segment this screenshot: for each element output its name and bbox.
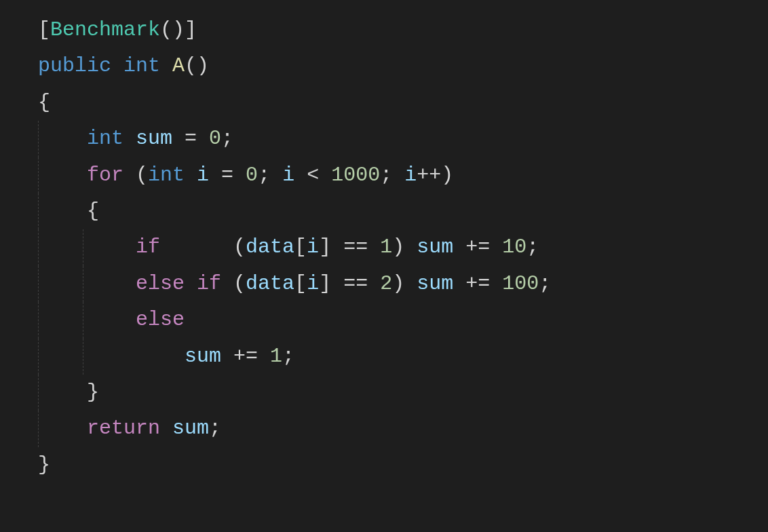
code-line: int sum = 0; (38, 121, 768, 157)
token-punc: = (172, 127, 209, 150)
token-punc: ; (282, 345, 294, 368)
token-punc (111, 54, 123, 77)
indent-guide (38, 302, 39, 338)
token-punc: [ (294, 272, 307, 295)
token-punc: < (294, 164, 331, 187)
code-line: { (38, 193, 768, 229)
token-flow: if (197, 272, 221, 295)
token-punc: ( (123, 164, 148, 187)
token-punc: += (453, 272, 502, 295)
token-punc (38, 345, 185, 368)
code-line: return sum; (38, 411, 768, 446)
token-punc: ( (221, 272, 246, 295)
token-punc: ; (221, 127, 233, 150)
indent-guide (83, 339, 83, 375)
token-punc (160, 417, 172, 440)
token-punc: { (38, 91, 50, 114)
token-punc: ; (258, 164, 282, 187)
code-line: [Benchmark()] (38, 12, 768, 48)
token-var: i (307, 272, 319, 295)
token-keyword: int (123, 54, 160, 77)
code-line: else if (data[i] == 2) sum += 100; (38, 266, 768, 302)
token-var: data (246, 235, 294, 259)
code-line: else (38, 302, 768, 338)
indent-guide (83, 229, 83, 265)
token-keyword: int (148, 164, 185, 187)
token-punc: ; (539, 272, 551, 295)
token-punc (185, 164, 197, 187)
token-punc: [ (294, 235, 307, 259)
token-punc: ) (392, 272, 417, 295)
token-punc (38, 235, 136, 259)
token-punc: ( (160, 235, 246, 259)
token-punc: ) (392, 235, 417, 259)
indent-guide (38, 266, 39, 302)
token-keyword: public (38, 54, 111, 77)
token-punc (38, 164, 87, 187)
token-var: data (246, 272, 294, 295)
token-var: i (307, 235, 319, 259)
code-line: sum += 1; (38, 339, 768, 375)
token-var: sum (417, 272, 453, 295)
token-num: 1000 (331, 164, 380, 187)
token-var: i (282, 164, 294, 187)
code-line: if (data[i] == 1) sum += 10; (38, 229, 768, 265)
token-punc: ] == (319, 272, 380, 295)
token-punc (185, 272, 197, 295)
token-keyword: int (87, 127, 123, 150)
token-flow: for (87, 164, 123, 187)
token-punc: ; (526, 235, 539, 259)
indent-guide (38, 193, 39, 229)
token-num: 0 (209, 127, 221, 150)
code-line: { (38, 85, 768, 121)
token-var: sum (136, 127, 172, 150)
token-flow: else (136, 308, 185, 331)
token-num: 2 (380, 272, 392, 295)
token-num: 1 (270, 345, 282, 368)
token-punc: ; (209, 417, 221, 440)
token-type: Benchmark (50, 18, 160, 41)
token-var: sum (172, 417, 209, 440)
token-flow: if (136, 235, 160, 259)
indent-guide (83, 302, 83, 338)
token-punc: } (38, 381, 99, 404)
indent-guide (38, 229, 39, 265)
token-flow: else (136, 272, 185, 295)
token-punc: [ (38, 18, 50, 41)
code-line: public int A() (38, 48, 768, 84)
token-punc: ++) (417, 164, 453, 187)
code-line: for (int i = 0; i < 1000; i++) (38, 157, 768, 193)
code-line: } (38, 447, 768, 483)
token-punc: } (38, 453, 50, 476)
token-num: 10 (502, 235, 526, 259)
token-num: 1 (380, 235, 392, 259)
token-punc: { (38, 200, 99, 223)
token-punc: ()] (160, 18, 197, 41)
token-punc (123, 127, 136, 150)
indent-guide (83, 266, 83, 302)
token-num: 0 (246, 164, 258, 187)
indent-guide (38, 121, 39, 157)
indent-guide (38, 339, 39, 375)
token-punc (38, 417, 87, 440)
token-var: sum (417, 235, 453, 259)
token-punc: += (453, 235, 502, 259)
token-var: sum (185, 345, 221, 368)
token-method: A (172, 54, 185, 77)
token-num: 100 (502, 272, 539, 295)
token-punc (38, 308, 136, 331)
token-punc: = (209, 164, 246, 187)
indent-guide (38, 375, 39, 411)
indent-guide (38, 157, 39, 193)
code-block: [Benchmark()]public int A(){ int sum = 0… (0, 0, 768, 483)
indent-guide (38, 411, 39, 446)
token-punc: ] == (319, 235, 380, 259)
token-var: i (197, 164, 209, 187)
code-line: } (38, 375, 768, 411)
token-flow: return (87, 417, 160, 440)
token-punc: () (185, 54, 209, 77)
token-punc (38, 127, 87, 150)
token-punc: += (221, 345, 270, 368)
token-punc (38, 272, 136, 295)
token-punc (160, 54, 172, 77)
